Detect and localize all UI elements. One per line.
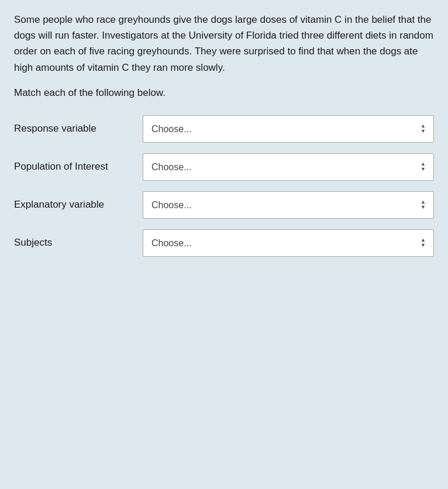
select-wrapper-response-variable: Choose...Running speedAmount of vitamin … [143,115,434,143]
select-population-of-interest[interactable]: Choose...Running speedAmount of vitamin … [143,153,434,181]
select-wrapper-explanatory-variable: Choose...Running speedAmount of vitamin … [143,191,434,219]
match-row-subjects: SubjectsChoose...Running speedAmount of … [14,229,434,257]
label-explanatory-variable: Explanatory variable [14,198,143,212]
select-wrapper-population-of-interest: Choose...Running speedAmount of vitamin … [143,153,434,181]
select-subjects[interactable]: Choose...Running speedAmount of vitamin … [143,229,434,257]
match-rows-container: Response variableChoose...Running speedA… [14,115,434,257]
select-response-variable[interactable]: Choose...Running speedAmount of vitamin … [143,115,434,143]
match-instruction: Match each of the following below. [14,87,434,99]
select-wrapper-subjects: Choose...Running speedAmount of vitamin … [143,229,434,257]
match-row-explanatory-variable: Explanatory variableChoose...Running spe… [14,191,434,219]
match-row-population-of-interest: Population of InterestChoose...Running s… [14,153,434,181]
label-subjects: Subjects [14,236,143,250]
match-row-response-variable: Response variableChoose...Running speedA… [14,115,434,143]
passage-text: Some people who race greyhounds give the… [14,12,434,75]
select-explanatory-variable[interactable]: Choose...Running speedAmount of vitamin … [143,191,434,219]
label-response-variable: Response variable [14,122,143,136]
label-population-of-interest: Population of Interest [14,160,143,174]
